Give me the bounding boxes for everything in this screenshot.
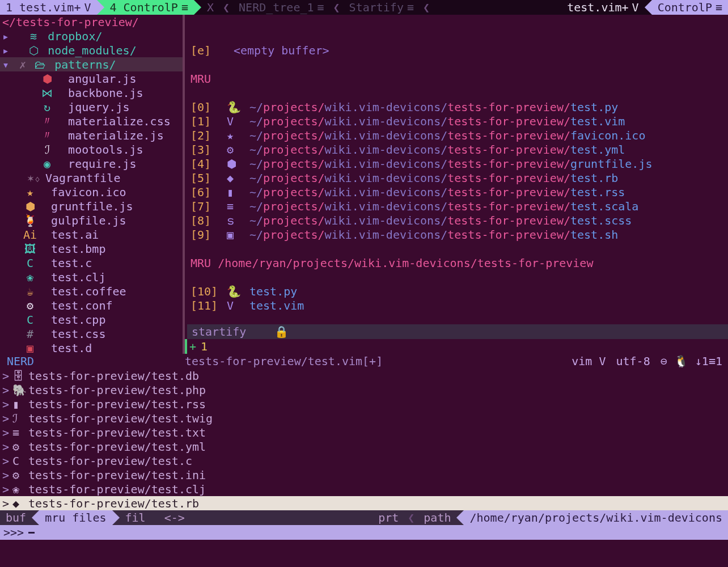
mode-buf[interactable]: buf bbox=[0, 510, 32, 525]
startify-empty-buffer[interactable]: [e] <empty buffer> bbox=[191, 43, 728, 57]
mru-entry[interactable]: [9]▣~/projects/wiki.vim-devicons/tests-f… bbox=[191, 227, 728, 242]
chevron-right-icon: > bbox=[2, 468, 12, 482]
entry-index: [2] bbox=[191, 129, 227, 142]
path-mode-label: path bbox=[418, 510, 456, 525]
startify-statusbar: startify 🔒 bbox=[187, 324, 728, 339]
ctrlp-results[interactable]: >🗄tests-for-preview/test.db>🐘tests-for-p… bbox=[0, 369, 728, 510]
chevron-right-icon: > bbox=[2, 383, 12, 397]
ctrlp-row[interactable]: >🗄tests-for-preview/test.db bbox=[0, 369, 728, 383]
entry-index: [11] bbox=[191, 299, 227, 312]
mru-entry[interactable]: [4]⬢~/projects/wiki.vim-devicons/tests-f… bbox=[191, 156, 728, 171]
ctrlp-row[interactable]: >ℐtests-for-preview/test.twig bbox=[0, 411, 728, 425]
tree-file[interactable]: ◉ require.js bbox=[0, 156, 183, 171]
mru-entry[interactable]: [0]🐍~/projects/wiki.vim-devicons/tests-f… bbox=[191, 100, 728, 114]
ctrlp-row[interactable]: >Ctests-for-preview/test.c bbox=[0, 454, 728, 468]
file-label: favicon.ico bbox=[570, 129, 645, 142]
buffer-controlp-active[interactable]: ControlP ≡ bbox=[652, 0, 728, 15]
tree-file[interactable]: ❀ test.clj bbox=[0, 270, 183, 284]
tree-file-vagrant[interactable]: ✶⬨Vagrantfile bbox=[0, 171, 183, 185]
mru-entry[interactable]: [1]V~/projects/wiki.vim-devicons/tests-f… bbox=[191, 114, 728, 128]
mode-arrows: <-> bbox=[159, 510, 191, 525]
tree-file[interactable]: ↻ jquery.js bbox=[0, 100, 183, 114]
buffer-startify[interactable]: Startify ≡ bbox=[344, 0, 420, 15]
mode-fil[interactable]: fil bbox=[120, 510, 151, 525]
file-label: test.rb bbox=[570, 171, 618, 185]
mode-mru-active[interactable]: mru files bbox=[39, 510, 112, 525]
tree-file[interactable]: 🍹 gulpfile.js bbox=[0, 213, 183, 227]
file-icon: ⬢ bbox=[40, 72, 54, 86]
ctrlp-row[interactable]: >❀tests-for-preview/test.clj bbox=[0, 482, 728, 496]
file-icon: ⬢ bbox=[23, 200, 37, 213]
nerdtree-panel[interactable]: </tests-for-preview/ ▸ ≋ dropbox/ ▸ ⬡ no… bbox=[0, 15, 185, 354]
tree-file[interactable]: C test.cpp bbox=[0, 312, 183, 327]
buffer-testvim[interactable]: test.vim+ V bbox=[561, 0, 644, 15]
tree-file[interactable]: ▣ test.d bbox=[0, 341, 183, 354]
entry-index: [9] bbox=[191, 228, 227, 242]
entry-index: [10] bbox=[191, 285, 227, 298]
tree-file[interactable]: ⋈ backbone.js bbox=[0, 86, 183, 100]
file-label: test.ai bbox=[51, 228, 99, 242]
mru-entry[interactable]: [2]★~/projects/wiki.vim-devicons/tests-f… bbox=[191, 128, 728, 142]
tab-test-vim[interactable]: 1 test.vim+ V bbox=[0, 0, 97, 15]
mru-entry[interactable]: [5]◆~/projects/wiki.vim-devicons/tests-f… bbox=[191, 171, 728, 185]
file-icon: 〃 bbox=[40, 113, 54, 129]
tab-controlp[interactable]: 4 ControlP ≡ bbox=[104, 0, 194, 15]
tree-file[interactable]: ★ favicon.ico bbox=[0, 185, 183, 199]
tree-folder-node-modules[interactable]: ▸ ⬡ node_modules/ bbox=[0, 43, 183, 57]
tree-file[interactable]: ℐ mootools.js bbox=[0, 142, 183, 156]
file-label: test.coffee bbox=[51, 285, 126, 298]
cursor-icon bbox=[28, 532, 35, 534]
mru-entry[interactable]: [8]ട~/projects/wiki.vim-devicons/tests-f… bbox=[191, 213, 728, 227]
file-icon: C bbox=[23, 313, 37, 327]
mru-entry[interactable]: [6]▮~/projects/wiki.vim-devicons/tests-f… bbox=[191, 185, 728, 199]
ctrlp-row[interactable]: >⚙tests-for-preview/test.ini bbox=[0, 468, 728, 482]
ctrlp-prompt[interactable]: >>> bbox=[0, 525, 728, 540]
mru-entry[interactable]: [11]Vtest.vim bbox=[191, 298, 728, 312]
tree-file[interactable]: ☕ test.coffee bbox=[0, 284, 183, 298]
tree-folder-patterns[interactable]: ▾ ✗ 🗁 patterns/ bbox=[0, 57, 183, 71]
file-label: mootools.js bbox=[68, 143, 143, 156]
tree-folder-dropbox[interactable]: ▸ ≋ dropbox/ bbox=[0, 29, 183, 43]
ctrlp-row[interactable]: >≡tests-for-preview/test.txt bbox=[0, 425, 728, 439]
mru2-path: /home/ryan/projects/wiki.vim-devicons/te… bbox=[218, 256, 593, 270]
tree-file[interactable]: C test.c bbox=[0, 256, 183, 270]
ctrlp-row[interactable]: >🐘tests-for-preview/test.php bbox=[0, 383, 728, 397]
chevron-right-icon: > bbox=[2, 412, 12, 425]
file-icon: ≡ bbox=[227, 200, 249, 213]
file-icon: ★ bbox=[227, 129, 249, 142]
buffer-nerdtree[interactable]: NERD_tree_1 ≡ bbox=[233, 0, 330, 15]
entry-index: [e] bbox=[191, 44, 234, 57]
file-icon: 🐍 bbox=[227, 285, 249, 298]
file-label: test.scala bbox=[570, 200, 638, 213]
tree-file[interactable]: # test.css bbox=[0, 327, 183, 341]
startify-panel[interactable]: [e] <empty buffer> MRU [0]🐍~/projects/wi… bbox=[185, 15, 728, 354]
tabline: 1 test.vim+ V 4 ControlP ≡ X ❮ NERD_tree… bbox=[0, 0, 728, 15]
tree-file[interactable]: 🖼 test.bmp bbox=[0, 242, 183, 256]
mru-entry[interactable]: [3]⚙~/projects/wiki.vim-devicons/tests-f… bbox=[191, 142, 728, 156]
folder-label: patterns/ bbox=[54, 58, 116, 71]
tree-root[interactable]: </tests-for-preview/ bbox=[0, 15, 183, 29]
tab-close[interactable]: X bbox=[201, 0, 219, 15]
line-number: 1 bbox=[201, 340, 208, 353]
tree-file[interactable]: ⚙ test.conf bbox=[0, 298, 183, 312]
file-icon: ⚙ bbox=[23, 299, 37, 312]
chevron-left-icon: ❮ bbox=[420, 0, 433, 15]
file-label: test.sh bbox=[570, 228, 618, 242]
ctrlp-row[interactable]: >▮tests-for-preview/test.rss bbox=[0, 397, 728, 411]
arrow-icon bbox=[456, 510, 464, 525]
tree-file[interactable]: 〃 materialize.css bbox=[0, 114, 183, 128]
result-label: tests-for-preview/test.rss bbox=[28, 397, 206, 411]
tree-file[interactable]: ⬢ gruntfile.js bbox=[0, 199, 183, 213]
ctrlp-row[interactable]: >⚙tests-for-preview/test.yml bbox=[0, 439, 728, 454]
file-label: gulpfile.js bbox=[51, 214, 126, 227]
mru-entry[interactable]: [10]🐍test.py bbox=[191, 284, 728, 298]
file-icon: ↻ bbox=[40, 100, 54, 114]
mru-entry[interactable]: [7]≡~/projects/wiki.vim-devicons/tests-f… bbox=[191, 199, 728, 213]
file-icon: ★ bbox=[23, 185, 37, 199]
tree-file[interactable]: Ai test.ai bbox=[0, 227, 183, 242]
tree-file[interactable]: 〃 materialize.js bbox=[0, 128, 183, 142]
ctrlp-row-selected[interactable]: > ◆ tests-for-preview/test.rb bbox=[0, 496, 728, 510]
tree-file[interactable]: ⬢ angular.js bbox=[0, 71, 183, 86]
folder-label: node_modules/ bbox=[48, 44, 137, 57]
buffer-label: Startify bbox=[349, 1, 404, 14]
